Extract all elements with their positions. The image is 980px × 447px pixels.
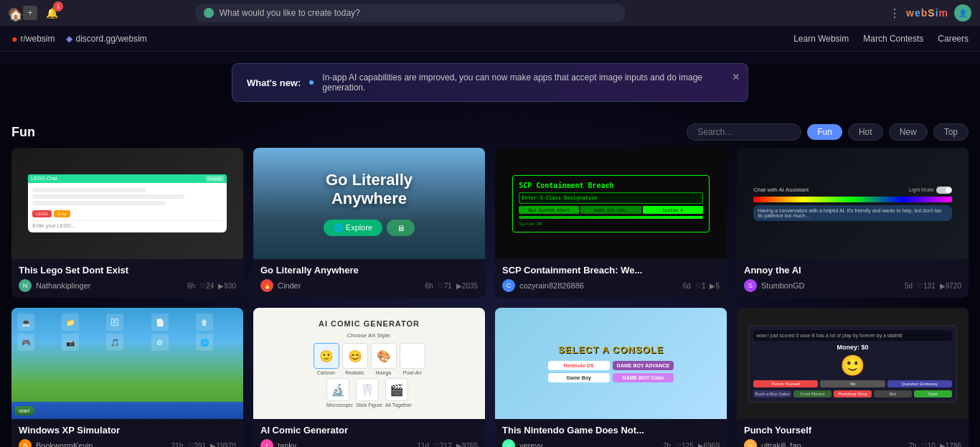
main-content: What's new: In-app AI capabilities are i…	[0, 63, 980, 447]
new-tab-button[interactable]: +	[23, 6, 37, 20]
question-embassy-button[interactable]: Question Embassy	[887, 380, 952, 387]
winxp-time: 21h	[171, 442, 184, 448]
winxp-icon-3: 🅁	[106, 314, 123, 331]
lego-likes: ♡24	[199, 282, 214, 290]
winxp-icon-4: 📄	[151, 314, 169, 331]
card-comic-author: tanky	[278, 441, 296, 447]
go-likes: ♡71	[438, 282, 452, 290]
whats-new-close-button[interactable]: ✕	[732, 71, 740, 83]
learn-websim-link[interactable]: Learn Websim	[793, 34, 849, 44]
gym-button[interactable]: Gym	[914, 390, 952, 397]
thumb-winxp: 💻 📁 🅁 📄 🗑 🎮 📷 🎵 ⚙ 🌐 start	[11, 308, 243, 419]
whats-new-banner: What's new: In-app AI capabilities are i…	[232, 63, 748, 102]
thumb-comic: AI COMIC GENERATOR Choose Art Style: 🙂 C…	[253, 308, 485, 419]
go-explore-button[interactable]: 🌐 Explore	[324, 220, 382, 236]
annoy-toggle-group: Light Mode	[909, 187, 952, 194]
notifications-bell[interactable]: 🔔 1	[43, 4, 60, 22]
top-navigation: ● r/websim ◆ discord.gg/websim Learn Web…	[0, 26, 980, 52]
card-punch[interactable]: wow i just scored 0 wow ill has a lot of…	[737, 308, 969, 447]
go-btn-row: 🌐 Explore 🖥	[324, 220, 415, 236]
lego-chat-header: LEGO Chat 3 more	[28, 174, 226, 183]
site-favicon	[204, 8, 214, 18]
card-punch-stats: 7h ♡10 ▶1786	[909, 442, 962, 448]
winxp-start-button[interactable]: start	[14, 406, 34, 415]
thumb-go: Go LiterallyAnywhere 🌐 Explore 🖥	[253, 148, 485, 259]
go-time: 6h	[425, 282, 433, 290]
winxp-likes: ♡291	[188, 442, 207, 448]
filter-hot-button[interactable]: Hot	[848, 123, 883, 141]
thumb-nintendo: SELECT A CONSOLE Nintendo DS GAME BOY AD…	[495, 308, 727, 419]
go-monitor-button[interactable]: 🖥	[387, 220, 415, 236]
careers-link[interactable]: Careers	[938, 34, 969, 44]
search-input[interactable]	[687, 123, 801, 141]
buck-a-boo-button[interactable]: Buck-a-Boo Sales	[753, 390, 791, 397]
card-nintendo[interactable]: SELECT A CONSOLE Nintendo DS GAME BOY AD…	[495, 308, 727, 447]
discord-icon: ◆	[66, 34, 72, 44]
notification-count: 1	[53, 1, 63, 11]
console-gb: Game Boy	[548, 373, 610, 382]
profile-avatar[interactable]: 👤	[954, 4, 971, 22]
mel-button[interactable]: Mel	[874, 390, 912, 397]
card-lego-stats: 6h ♡24 ▶930	[187, 282, 236, 290]
nintendo-title: SELECT A CONSOLE	[558, 344, 664, 355]
winxp-icon-1: 💻	[17, 314, 34, 331]
console-ds: Nintendo DS	[548, 361, 610, 370]
go-views: ▶2035	[456, 282, 478, 290]
more-options-icon[interactable]: ⋮	[889, 6, 900, 20]
discord-link[interactable]: ◆ discord.gg/websim	[66, 34, 146, 44]
punch-yourself-button[interactable]: Punch Yourself	[753, 380, 818, 387]
annoy-time: 5d	[905, 282, 913, 290]
card-scp[interactable]: SCP Containment Breach Enter S-Class Des…	[495, 148, 727, 298]
card-punch-avatar: u	[744, 439, 757, 447]
filter-top-button[interactable]: Top	[933, 123, 969, 141]
comic-styles-row1: 🙂 Cartoon 😊 Realistic 🎨 Manga 🕹 Pixel Ar…	[314, 343, 425, 375]
browser-bar: 🏠 + 🔔 1 What would you like to create to…	[0, 0, 980, 26]
card-annoy[interactable]: Chat with AI Assistant Light Mode Having…	[737, 148, 969, 298]
winxp-icon-10: 🌐	[196, 334, 213, 351]
card-nintendo-stats: 7h ♡125 ▶6969	[663, 442, 720, 448]
annoy-likes: ♡131	[917, 282, 936, 290]
winxp-icon-2: 📁	[62, 314, 79, 331]
lego-enter: Enter your LEGO...	[32, 220, 222, 228]
consoles-grid: Nintendo DS GAME BOY ADVANCE Game Boy GA…	[548, 361, 674, 382]
punching-shop-button[interactable]: Punching Shop	[834, 390, 872, 397]
card-punch-title: Punch Yourself	[744, 425, 961, 436]
card-lego-info: This Lego Set Dont Exist N Nathankipling…	[11, 259, 243, 298]
console-gbc: GAME BOY Color	[613, 373, 674, 382]
card-winxp-avatar: B	[19, 439, 32, 447]
punch-money: Money: $0	[753, 344, 952, 351]
home-icon[interactable]: 🏠	[9, 8, 19, 18]
winxp-icon-7: 📷	[62, 334, 79, 351]
reddit-link[interactable]: ● r/websim	[11, 33, 55, 44]
section-header: Fun Fun Hot New Top	[11, 113, 969, 148]
scp-likes: ♡1	[695, 282, 706, 290]
card-go[interactable]: Go LiterallyAnywhere 🌐 Explore 🖥 Go Lite…	[253, 148, 485, 298]
punch-game: wow i just scored 0 wow ill has a lot of…	[748, 325, 957, 403]
food-market-button[interactable]: Food Market	[793, 390, 831, 397]
punch-btns-row2: Buck-a-Boo Sales Food Market Punching Sh…	[753, 390, 952, 397]
card-nintendo-avatar: y	[502, 439, 515, 447]
comic-views: ▶9765	[456, 442, 478, 448]
card-scp-title: SCP Containment Breach: We...	[502, 265, 720, 276]
filter-fun-button[interactable]: Fun	[807, 124, 842, 140]
filter-new-button[interactable]: New	[889, 123, 928, 141]
card-go-title: Go Literally Anywhere	[260, 265, 478, 276]
comic-style-btn-all: 🎬 All Together	[385, 378, 412, 408]
card-lego-author: Nathankiplinger	[36, 281, 90, 290]
card-comic[interactable]: AI COMIC GENERATOR Choose Art Style: 🙂 C…	[253, 308, 485, 447]
address-text: What would you like to create today?	[220, 8, 360, 18]
lego-time: 6h	[187, 282, 195, 290]
websim-logo: webSim	[906, 7, 948, 19]
march-contests-link[interactable]: March Contests	[863, 34, 923, 44]
card-lego[interactable]: LEGO Chat 3 more LEGO Chat Enter your LE…	[11, 148, 243, 298]
annoy-header: Chat with AI Assistant Light Mode	[753, 187, 951, 194]
comic-style-btn-cartoon: 🙂 Cartoon	[314, 343, 339, 375]
light-mode-toggle[interactable]	[936, 187, 952, 194]
card-scp-stats: 6d ♡1 ▶5	[683, 282, 720, 290]
card-winxp[interactable]: 💻 📁 🅁 📄 🗑 🎮 📷 🎵 ⚙ 🌐 start	[11, 308, 243, 447]
address-bar[interactable]: What would you like to create today?	[195, 4, 626, 22]
no-button[interactable]: No	[820, 380, 885, 387]
punch-btns-row1: Punch Yourself No Question Embassy	[753, 380, 952, 387]
winxp-icon-9: ⚙	[151, 334, 169, 351]
console-advance: GAME BOY ADVANCE	[613, 361, 674, 370]
